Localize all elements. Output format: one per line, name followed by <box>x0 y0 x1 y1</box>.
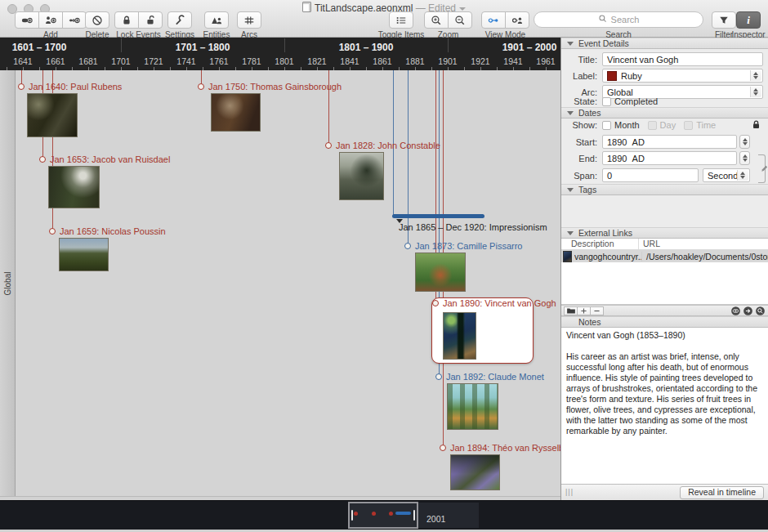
painting-thumbnail-monet[interactable] <box>447 383 498 430</box>
year-tick-label: 1681 <box>78 56 97 66</box>
view-timeline-button[interactable] <box>481 11 506 29</box>
settings-button[interactable] <box>167 11 192 29</box>
event-marker[interactable] <box>404 243 411 249</box>
external-link-row[interactable]: vangoghcountryr... /Users/hoakley/Docume… <box>561 250 768 262</box>
disclosure-triangle-icon[interactable] <box>567 188 574 192</box>
event-marker[interactable] <box>435 373 442 380</box>
timeline-date-header[interactable]: 1601 – 17001701 – 18001801 – 19001901 – … <box>0 38 560 70</box>
painting-thumbnail-ruisdael[interactable] <box>48 166 100 208</box>
event-label[interactable]: Jan 1828: John Constable <box>336 141 440 150</box>
show-month-checkbox[interactable] <box>602 121 611 130</box>
timeline-canvas[interactable]: Global Jan 1865 – Dec 1920: Impressionis… <box>0 70 560 496</box>
label-popup[interactable]: Ruby <box>602 69 763 83</box>
year-tick-label: 1801 <box>275 56 293 66</box>
arcs-button[interactable] <box>237 11 261 29</box>
span-input[interactable]: 0 <box>602 168 699 182</box>
show-field-label: Show: <box>561 120 597 130</box>
column-url[interactable]: URL <box>639 239 768 249</box>
event-marker[interactable] <box>325 142 332 149</box>
lock-button[interactable] <box>114 11 139 29</box>
delete-button[interactable] <box>85 11 109 29</box>
event-label[interactable]: Jan 1894: Théo van Rysselberghe <box>450 443 560 453</box>
event-marker[interactable] <box>198 83 204 90</box>
dates-lock-icon[interactable] <box>751 119 761 132</box>
add-entity-button[interactable] <box>38 11 63 29</box>
event-label[interactable]: Jan 1750: Thomas Gainsborough <box>208 82 342 92</box>
start-date-stepper[interactable] <box>739 135 750 149</box>
year-tick-label: 1901 <box>438 56 457 66</box>
entities-button[interactable] <box>204 11 229 29</box>
event-marker[interactable] <box>49 228 56 235</box>
toolbar-group-add: Add <box>15 11 87 29</box>
view-entity-button[interactable] <box>505 11 529 29</box>
reveal-in-timeline-button[interactable]: Reveal in timeline <box>680 486 764 499</box>
date-link-bracket[interactable] <box>758 154 766 183</box>
title-chevron-icon[interactable] <box>459 7 466 11</box>
column-description[interactable]: Description <box>561 239 639 249</box>
event-label[interactable]: Jan 1653: Jacob van Ruisdael <box>50 154 170 164</box>
viewport-left-handle[interactable] <box>351 510 353 521</box>
unlock-button[interactable] <box>138 11 163 29</box>
title-input[interactable]: Vincent van Gogh <box>602 52 763 66</box>
start-date-input[interactable]: 1890 AD <box>602 135 737 149</box>
completed-checkbox[interactable] <box>602 97 611 106</box>
painting-thumbnail-vangogh[interactable] <box>443 312 476 360</box>
painting-thumbnail-poussin[interactable] <box>59 238 109 271</box>
link-file-button[interactable] <box>564 306 578 315</box>
painting-thumbnail-rysselberghe[interactable] <box>450 454 500 490</box>
section-header-notes[interactable]: Notes <box>561 316 768 328</box>
add-link-button[interactable] <box>577 306 591 315</box>
disclosure-triangle-icon[interactable] <box>567 111 574 115</box>
link-url: /Users/hoakley/Documents/0stor... <box>642 252 768 262</box>
impressionism-range-bar[interactable] <box>392 214 484 218</box>
event-marker[interactable] <box>432 300 439 306</box>
impressionism-range-label[interactable]: Jan 1865 – Dec 1920: Impressionism <box>399 222 547 232</box>
disclosure-triangle-icon[interactable] <box>567 42 574 46</box>
span-unit-popup[interactable]: Seconds <box>703 168 750 182</box>
toolbar-group-zoom: Zoom <box>424 11 472 29</box>
filter-button[interactable] <box>712 11 736 29</box>
event-marker[interactable] <box>39 156 46 163</box>
zoom-out-button[interactable] <box>448 11 472 29</box>
end-date-stepper[interactable] <box>739 151 750 165</box>
viewport-right-handle[interactable] <box>413 510 415 521</box>
year-tick-label: 1741 <box>176 56 195 66</box>
preview-eye-button[interactable] <box>730 306 741 316</box>
event-label[interactable]: Jan 1890: Vincent van Gogh <box>443 298 556 308</box>
painting-thumbnail-constable[interactable] <box>339 152 384 200</box>
section-header-tags[interactable]: Tags <box>561 184 768 195</box>
search-input[interactable]: Search <box>534 11 703 28</box>
painting-thumbnail-pissarro[interactable] <box>415 253 466 292</box>
section-header-dates[interactable]: Dates <box>561 107 768 118</box>
zoom-in-button[interactable] <box>424 11 449 29</box>
inspector-button[interactable]: i <box>736 11 761 29</box>
popup-arrows-icon <box>737 170 748 181</box>
notes-textarea[interactable]: Vincent van Gogh (1853–1890) His career … <box>561 328 768 484</box>
event-label[interactable]: Jan 1873: Camille Pissarro <box>415 241 522 251</box>
open-link-button[interactable] <box>743 306 753 316</box>
external-links-table[interactable]: Description URL vangoghcountryr... /User… <box>561 239 768 305</box>
event-marker[interactable] <box>18 83 25 90</box>
add-arc-button[interactable] <box>62 11 87 29</box>
navigator-viewport[interactable] <box>348 502 418 529</box>
toolbar-group-filter: Filter <box>712 11 736 29</box>
resize-grip-icon[interactable]: ||| <box>565 488 574 496</box>
disclosure-triangle-icon[interactable] <box>567 231 574 235</box>
section-header-event-details[interactable]: Event Details <box>561 38 768 49</box>
timeline-navigator[interactable]: 2001 <box>0 500 768 530</box>
arc-lane-strip[interactable]: Global <box>0 70 16 496</box>
painting-thumbnail-gainsborough[interactable] <box>211 93 261 132</box>
add-event-button[interactable] <box>15 11 39 29</box>
event-label[interactable]: Jan 1892: Claude Monet <box>446 372 544 382</box>
zoom-out-icon <box>454 15 466 26</box>
end-date-input[interactable]: 1890 AD <box>602 151 737 165</box>
quicklook-button[interactable] <box>755 306 766 316</box>
section-header-external-links[interactable]: External Links <box>561 227 768 239</box>
toggle-items-button[interactable] <box>389 11 413 29</box>
event-marker[interactable] <box>440 445 446 451</box>
event-label[interactable]: Jan 1659: Nicolas Poussin <box>60 226 166 236</box>
document-proxy-icon[interactable] <box>302 2 311 12</box>
remove-link-button[interactable] <box>590 306 604 315</box>
event-label[interactable]: Jan 1640: Paul Rubens <box>29 82 122 92</box>
painting-thumbnail-rubens[interactable] <box>27 93 78 137</box>
